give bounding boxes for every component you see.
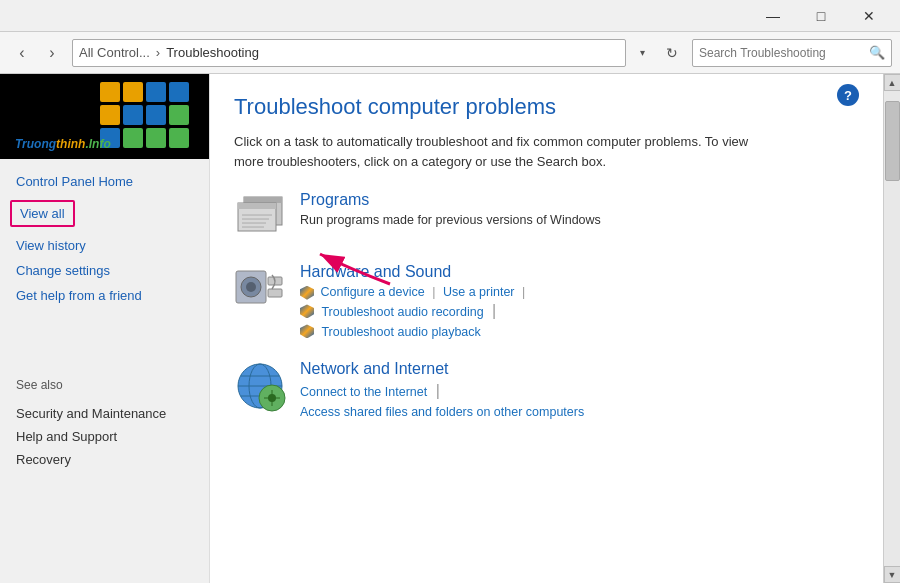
search-box: 🔍 [692, 39, 892, 67]
see-also-item-security[interactable]: Security and Maintenance [0, 402, 209, 425]
content-title: Troubleshoot computer problems [234, 94, 859, 120]
close-button[interactable]: ✕ [846, 0, 892, 32]
hardware-sound-title[interactable]: Hardware and Sound [300, 263, 859, 281]
network-internet-title[interactable]: Network and Internet [300, 360, 859, 378]
hardware-sound-link3: Troubleshoot audio playback [300, 322, 859, 340]
hardware-sound-link2: Troubleshoot audio recording | [300, 302, 859, 320]
control-panel-home-link[interactable]: Control Panel Home [0, 169, 209, 194]
sidebar-item-view-all[interactable]: View all [10, 200, 75, 227]
scroll-track [884, 91, 901, 566]
shield-icon-3 [300, 324, 314, 338]
network-internet-link2: Access shared files and folders on other… [300, 402, 859, 420]
help-button[interactable]: ? [837, 84, 859, 106]
forward-button[interactable]: › [38, 39, 66, 67]
programs-sub: Run programs made for previous versions … [300, 213, 859, 227]
address-dropdown-button[interactable]: ▾ [632, 39, 652, 67]
logo-graphic [100, 82, 195, 150]
main-area: Truongthinh.Info Control Panel Home // R… [0, 74, 900, 583]
shield-icon-1 [300, 286, 314, 300]
scroll-up-arrow[interactable]: ▲ [884, 74, 901, 91]
svg-rect-10 [146, 128, 166, 148]
svg-rect-11 [169, 128, 189, 148]
svg-rect-0 [100, 82, 120, 102]
use-printer-link[interactable]: Use a printer [443, 285, 515, 299]
connect-internet-link[interactable]: Connect to the Internet [300, 385, 427, 399]
svg-rect-2 [146, 82, 166, 102]
shield-icon-2 [300, 304, 314, 318]
svg-rect-6 [146, 105, 166, 125]
svg-rect-3 [169, 82, 189, 102]
sidebar-item-view-history[interactable]: View history [0, 233, 209, 258]
window-controls: — □ ✕ [750, 0, 892, 32]
see-also-label: See also [0, 368, 209, 398]
minimize-button[interactable]: — [750, 0, 796, 32]
scrollbar: ▲ ▼ [883, 74, 900, 583]
content-area: ? Troubleshoot computer problems Click o… [210, 74, 883, 583]
category-programs: Programs Run programs made for previous … [234, 191, 859, 243]
svg-point-22 [246, 282, 256, 292]
see-also-section: See also const sd2 = JSON.parse(document… [0, 368, 209, 475]
sidebar-nav: Control Panel Home // Render nav items c… [0, 159, 209, 583]
title-bar: — □ ✕ [0, 0, 900, 32]
search-input[interactable] [699, 46, 865, 60]
svg-rect-24 [268, 289, 282, 297]
svg-rect-5 [123, 105, 143, 125]
logo-area: Truongthinh.Info [0, 74, 210, 159]
programs-title[interactable]: Programs [300, 191, 859, 209]
hardware-sound-links: Configure a device | Use a printer | [300, 285, 859, 300]
breadcrumb-current: Troubleshooting [166, 45, 259, 60]
svg-rect-1 [123, 82, 143, 102]
hardware-sound-icon-svg [234, 263, 286, 315]
sidebar: Truongthinh.Info Control Panel Home // R… [0, 74, 210, 583]
back-button[interactable]: ‹ [8, 39, 36, 67]
maximize-button[interactable]: □ [798, 0, 844, 32]
see-also-item-help[interactable]: Help and Support [0, 425, 209, 448]
svg-rect-13 [244, 197, 282, 203]
see-also-items: const sd2 = JSON.parse(document.getEleme… [0, 398, 209, 475]
network-internet-icon-svg [234, 360, 286, 412]
network-internet-link1: Connect to the Internet | [300, 382, 859, 400]
troubleshoot-audio-recording-link[interactable]: Troubleshoot audio recording [321, 305, 483, 319]
see-also-item-recovery[interactable]: Recovery [0, 448, 209, 471]
address-box[interactable]: All Control... › Troubleshooting [72, 39, 626, 67]
breadcrumb-prefix: All Control... [79, 45, 150, 60]
scroll-thumb[interactable] [885, 101, 900, 181]
svg-rect-7 [169, 105, 189, 125]
category-hardware-sound: Hardware and Sound Configure a device | … [234, 263, 859, 340]
configure-device-link[interactable]: Configure a device [320, 285, 424, 299]
category-network-internet: Network and Internet Connect to the Inte… [234, 360, 859, 420]
sidebar-item-change-settings[interactable]: Change settings [0, 258, 209, 283]
content-description: Click on a task to automatically trouble… [234, 132, 754, 171]
sidebar-item-get-help[interactable]: Get help from a friend [0, 283, 209, 308]
programs-icon [234, 191, 286, 243]
svg-rect-4 [100, 105, 120, 125]
hardware-sound-info: Hardware and Sound Configure a device | … [300, 263, 859, 340]
svg-point-33 [268, 394, 276, 402]
programs-icon-svg [234, 193, 286, 241]
search-button[interactable]: 🔍 [869, 45, 885, 60]
svg-rect-15 [238, 203, 276, 209]
access-shared-link[interactable]: Access shared files and folders on other… [300, 405, 584, 419]
network-internet-info: Network and Internet Connect to the Inte… [300, 360, 859, 420]
hardware-sound-icon [234, 263, 286, 315]
programs-info: Programs Run programs made for previous … [300, 191, 859, 229]
svg-rect-9 [123, 128, 143, 148]
nav-buttons: ‹ › [8, 39, 66, 67]
troubleshoot-audio-playback-link[interactable]: Troubleshoot audio playback [321, 325, 480, 339]
network-internet-icon [234, 360, 286, 412]
logo: Truongthinh.Info [15, 82, 195, 152]
breadcrumb-separator: › [156, 45, 160, 60]
address-bar: ‹ › All Control... › Troubleshooting ▾ ↻… [0, 32, 900, 74]
refresh-button[interactable]: ↻ [658, 39, 686, 67]
scroll-down-arrow[interactable]: ▼ [884, 566, 901, 583]
